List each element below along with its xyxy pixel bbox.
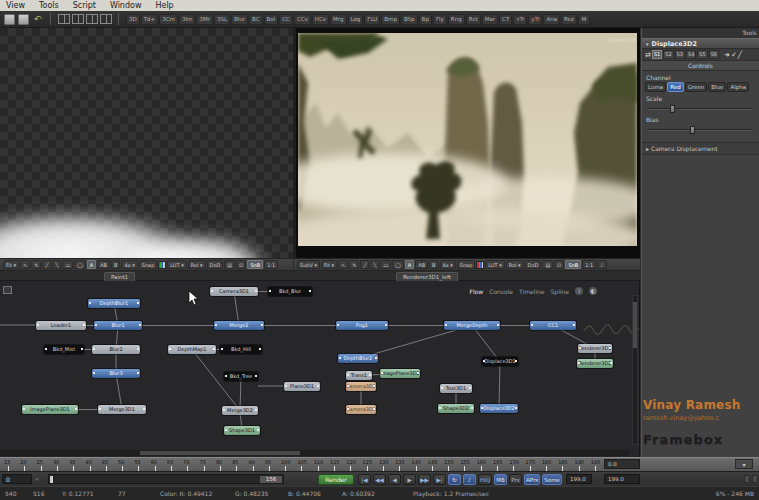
version-button-s2[interactable]: S2 [663, 50, 673, 59]
left-viewer-source-tab[interactable]: Paint1 [104, 272, 135, 281]
flow-node-editor[interactable]: Loader1Blur1DepthBlur1Merge2Camera3D1Bkd… [0, 281, 640, 457]
play-reverse-button[interactable]: ◀ [388, 474, 401, 485]
flow-node-merge2[interactable]: Merge2 [214, 321, 264, 330]
viewer-tool-a[interactable]: A [405, 260, 414, 269]
flow-node-blur1[interactable]: Blur1 [94, 321, 142, 330]
viewer-tool-subv[interactable]: SubV ▾ [297, 260, 320, 269]
viewer-tool-∅[interactable]: ∅ [236, 260, 246, 269]
tool-shortcut-bmp[interactable]: Bmp [381, 14, 400, 25]
viewer-tool-snb[interactable]: SnB [247, 260, 263, 269]
viewer-tool-◯[interactable]: ◯ [74, 260, 86, 269]
viewer-tool-4x[interactable]: 4x ▾ [440, 260, 456, 269]
tool-shortcut-3im[interactable]: 3Im [179, 14, 195, 25]
tool-shortcut-bc[interactable]: BC [249, 14, 263, 25]
flow-node-camera3d2[interactable]: Camera3D2 [346, 382, 376, 391]
flow-node-camera3d1[interactable]: Camera3D1 [210, 287, 258, 296]
channel-button-luma[interactable]: Luma [645, 82, 666, 92]
viewer-tool-ab[interactable]: AB [415, 260, 428, 269]
tool-shortcut-ccv[interactable]: CCv [294, 14, 311, 25]
viewer-tool-fit[interactable]: Fit ▾ [321, 260, 337, 269]
viewer-tool-snap[interactable]: Snap [457, 260, 476, 269]
hiq-toggle[interactable]: HiQ [478, 474, 492, 485]
flow-node-plane3d1[interactable]: Plane3D1 [284, 382, 320, 391]
menu-window[interactable]: Window [110, 1, 142, 10]
flow-node-shape3d2[interactable]: Shape3D2 [438, 404, 474, 413]
viewer-tool-▤[interactable]: ▤ [542, 260, 553, 269]
tool-shortcut-ytr[interactable]: yTr [528, 14, 542, 25]
tool-shortcut-log[interactable]: Log [348, 14, 364, 25]
flow-horizontal-scrollbar[interactable] [0, 450, 630, 456]
flow-node-blur2[interactable]: Blur2 [92, 345, 140, 354]
scale-slider[interactable] [648, 105, 753, 113]
tool-header[interactable]: ▾ Displace3D2 [642, 38, 759, 49]
viewer-tool-snap[interactable]: Snap [139, 260, 158, 269]
viewer-tool-roi[interactable]: RoI ▾ [506, 260, 524, 269]
flow-node-imageplane3d1[interactable]: ImagePlane3D1 [22, 405, 78, 414]
info-icon[interactable]: i [575, 287, 583, 295]
proxy-toggle[interactable]: Prx [509, 474, 522, 485]
layout-toggle-icon-4[interactable] [100, 14, 112, 24]
channel-button-green[interactable]: Green [685, 82, 708, 92]
viewer-tool-▭[interactable]: ▭ [62, 260, 73, 269]
goto-end-button[interactable]: ▶| [433, 474, 446, 485]
version-button-s1[interactable]: S1 [652, 50, 662, 59]
step-back-button[interactable]: ◀◀ [373, 474, 386, 485]
ruler-dropdown[interactable]: ▾ [735, 459, 753, 469]
flow-node-bkd_hill[interactable]: Bkd_Hill [220, 345, 262, 354]
tool-shortcut-ana[interactable]: Ana [543, 14, 560, 25]
menu-help[interactable]: Help [155, 1, 173, 10]
flow-menu-icon[interactable]: ◐ [589, 287, 597, 295]
flow-vertical-scrollbar[interactable] [632, 295, 638, 445]
timeline-slider[interactable]: 156 [48, 474, 284, 484]
timeline-extra-icons[interactable] [744, 475, 758, 483]
tool-shortcut-flu[interactable]: FLU [364, 14, 380, 25]
flow-node-depthmap1[interactable]: DepthMap1 [168, 345, 216, 354]
tool-shortcut-m[interactable]: M [578, 14, 590, 25]
flow-node-imageplane3d2[interactable]: ImagePlane3D2 [380, 369, 420, 378]
flow-node-bkd_mist[interactable]: Bkd_Mist [44, 345, 84, 354]
menu-tools[interactable]: Tools [39, 1, 59, 10]
timeline-ruler[interactable]: 1520253035404550556065707580859095100105… [0, 457, 759, 471]
viewer-tool-fit[interactable]: Fit ▾ [3, 260, 19, 269]
tool-shortcut-rng[interactable]: Rng [448, 14, 465, 25]
swap-icon[interactable]: ⇄ [645, 50, 651, 60]
controls-tab[interactable]: Controls [642, 61, 759, 71]
tool-shortcut-bol[interactable]: Bol [264, 14, 279, 25]
undo-icon[interactable]: ↶ [32, 14, 43, 25]
viewer-tool-╱[interactable]: ╱ [360, 260, 369, 269]
goto-start-button[interactable]: |◀ [358, 474, 371, 485]
flow-node-shape3d1[interactable]: Shape3D1 [224, 426, 260, 435]
viewer-tool-dod[interactable]: DoD [525, 260, 542, 269]
viewer-tool-lut[interactable]: LUT ▾ [485, 260, 504, 269]
tool-shortcut-ct[interactable]: CT [499, 14, 512, 25]
color-channel-swatch-icon[interactable] [158, 261, 166, 269]
version-button-s6[interactable]: S6 [709, 50, 719, 59]
viewer-tool-∿[interactable]: ∿ [338, 260, 348, 269]
version-button-s4[interactable]: S4 [686, 50, 696, 59]
layout-toggle-icon-3[interactable] [86, 14, 98, 24]
viewer-tool-◯[interactable]: ◯ [392, 260, 404, 269]
viewer-tool-╲[interactable]: ╲ [370, 260, 379, 269]
flow-tab-console[interactable]: Console [489, 288, 513, 295]
channel-button-red[interactable]: Red [667, 82, 683, 92]
flow-tab-spline[interactable]: Spline [551, 288, 569, 295]
right-viewer[interactable]: 1280x720 [296, 28, 640, 258]
tool-shortcut-mrg[interactable]: Mrg [330, 14, 346, 25]
viewer-tool-∅[interactable]: ∅ [554, 260, 564, 269]
flow-node-bkd_blur[interactable]: Bkd_Blur [268, 287, 312, 296]
check-icon[interactable]: ✓ [731, 50, 737, 60]
layout-toggle-icon-1[interactable] [58, 14, 70, 24]
paste-icon[interactable] [18, 14, 29, 25]
loop-button[interactable]: ↻ [448, 474, 461, 485]
tool-shortcut-3d[interactable]: 3D [126, 14, 140, 25]
flow-node-displace3d2[interactable]: Displace3D2 [480, 404, 518, 413]
menu-view[interactable]: View [6, 1, 25, 10]
viewer-tool-╲[interactable]: ╲ [52, 260, 61, 269]
viewer-tool-╱[interactable]: ╱ [42, 260, 51, 269]
flow-tab-flow[interactable]: Flow [470, 288, 484, 295]
tool-shortcut-blur[interactable]: Blur [231, 14, 248, 25]
flow-window-icon[interactable] [3, 286, 12, 294]
flow-node-fog1[interactable]: Fog1 [336, 321, 388, 330]
render-button[interactable]: Render [318, 474, 354, 485]
tool-shortcut-xtr[interactable]: xTr [513, 14, 527, 25]
